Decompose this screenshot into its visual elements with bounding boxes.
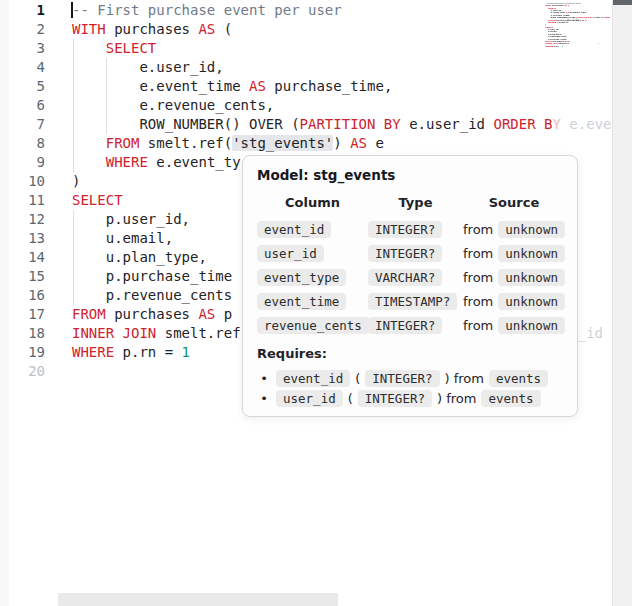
- code-token: 1: [182, 344, 190, 360]
- column-name-chip: event_time: [257, 293, 346, 310]
- line-number[interactable]: 13: [0, 229, 45, 248]
- type-chip: VARCHAR?: [368, 269, 442, 286]
- type-cell: INTEGER?: [368, 241, 463, 265]
- type-chip: TIMESTAMP?: [368, 293, 457, 310]
- vertical-scrollbar[interactable]: [612, 0, 632, 606]
- line-number[interactable]: 7: [0, 115, 45, 134]
- line-content: FROM smelt.ref('stg_events') AS e: [72, 134, 384, 153]
- line-number[interactable]: 4: [0, 58, 45, 77]
- line-number[interactable]: 2: [0, 20, 45, 39]
- type-cell: INTEGER?: [368, 313, 463, 337]
- line-number[interactable]: 19: [0, 343, 45, 362]
- line-number[interactable]: 10: [0, 172, 45, 191]
- minimap[interactable]: -- First purchase event per userWITH pur…: [545, 2, 610, 50]
- paren-close-from: ) from: [445, 371, 484, 386]
- tooltip-column-table: Column Type Source event_idINTEGER?fromu…: [257, 192, 563, 337]
- indent-guide: [73, 77, 74, 96]
- code-editor: 1-- First purchase event per user2WITH p…: [0, 0, 632, 606]
- type-cell: VARCHAR?: [368, 265, 463, 289]
- code-token: smelt.ref: [156, 325, 240, 341]
- line-content: p.purchase_time: [72, 267, 241, 286]
- code-line[interactable]: 1-- First purchase event per user: [0, 1, 612, 20]
- line-content: FROM purchases AS p: [72, 305, 232, 324]
- line-content: e.user_id,: [72, 58, 224, 77]
- code-token: [72, 154, 106, 170]
- line-number[interactable]: 6: [0, 96, 45, 115]
- source-header: Source: [463, 192, 565, 217]
- code-line[interactable]: 2WITH purchases AS (: [0, 20, 612, 39]
- line-content: p.revenue_cents: [72, 286, 241, 305]
- column-name-chip: event_type: [257, 269, 346, 286]
- source-cell: fromunknown: [463, 217, 565, 241]
- line-number[interactable]: 8: [0, 134, 45, 153]
- line-content: ): [72, 172, 80, 191]
- indent-guide: [106, 58, 107, 77]
- code-line[interactable]: [545, 47, 610, 49]
- vertical-scrollbar-thumb[interactable]: [613, 0, 632, 5]
- code-token: e.revenue_cents,: [72, 97, 274, 113]
- indent-guide: [73, 115, 74, 134]
- code-token: e.user_id,: [72, 59, 224, 75]
- code-token: (: [215, 21, 232, 37]
- line-number[interactable]: 17: [0, 305, 45, 324]
- line-content: e.revenue_cents,: [72, 96, 274, 115]
- required-model-chip: events: [489, 370, 548, 387]
- column-cell: revenue_cents: [257, 313, 368, 337]
- code-token: ORDER B: [493, 116, 552, 132]
- column-cell: event_time: [257, 289, 368, 313]
- line-number[interactable]: 15: [0, 267, 45, 286]
- column-name-chip: revenue_cents: [257, 317, 369, 334]
- code-token: WITH: [72, 21, 106, 37]
- line-number[interactable]: 12: [0, 210, 45, 229]
- required-type-chip: INTEGER?: [365, 370, 439, 387]
- code-token: AS: [198, 306, 215, 322]
- code-line[interactable]: 4 e.user_id,: [0, 58, 612, 77]
- code-token: ): [333, 135, 350, 151]
- line-number[interactable]: 14: [0, 248, 45, 267]
- source-chip: unknown: [498, 293, 565, 310]
- line-number[interactable]: 20: [0, 362, 45, 381]
- line-content: e.event_time AS purchase_time,: [72, 77, 392, 96]
- from-label: from: [463, 270, 493, 285]
- code-line[interactable]: 7 ROW_NUMBER() OVER (PARTITION BY e.user…: [0, 115, 612, 134]
- line-number[interactable]: 5: [0, 77, 45, 96]
- line-number[interactable]: 18: [0, 324, 45, 343]
- from-label: from: [463, 246, 493, 261]
- line-content: SELECT: [72, 191, 123, 210]
- source-cell: fromunknown: [463, 313, 565, 337]
- line-content: u.email,: [72, 229, 173, 248]
- horizontal-scrollbar-thumb[interactable]: [58, 593, 338, 606]
- from-label: from: [463, 318, 493, 333]
- code-token: p.purchase_time: [72, 268, 241, 284]
- bullet-icon: •: [257, 391, 271, 406]
- code-token: purchase_time,: [266, 78, 392, 94]
- line-number[interactable]: 3: [0, 39, 45, 58]
- indent-guide: [73, 210, 74, 229]
- line-number[interactable]: 11: [0, 191, 45, 210]
- column-cell: user_id: [257, 241, 368, 265]
- indent-guide: [73, 153, 74, 172]
- required-model-chip: events: [481, 390, 540, 407]
- line-number[interactable]: 1: [0, 1, 45, 20]
- code-token: SELECT: [106, 40, 157, 56]
- horizontal-scrollbar[interactable]: [0, 593, 612, 606]
- code-token: [72, 135, 106, 151]
- line-number[interactable]: 16: [0, 286, 45, 305]
- type-header: Type: [368, 192, 463, 217]
- indent-guide: [73, 134, 74, 153]
- required-column-chip: event_id: [276, 370, 350, 387]
- indent-guide: [73, 267, 74, 286]
- column-name-chip: event_id: [257, 221, 331, 238]
- line-content: ROW_NUMBER() OVER (PARTITION BY e.user_i…: [72, 115, 612, 134]
- line-number[interactable]: 9: [0, 153, 45, 172]
- code-line[interactable]: 3 SELECT: [0, 39, 612, 58]
- code-token: e.even: [569, 116, 612, 132]
- code-line[interactable]: 6 e.revenue_cents,: [0, 96, 612, 115]
- column-cell: event_type: [257, 265, 368, 289]
- code-line[interactable]: 5 e.event_time AS purchase_time,: [0, 77, 612, 96]
- code-token: [72, 40, 106, 56]
- code-line[interactable]: 8 FROM smelt.ref('stg_events') AS e: [0, 134, 612, 153]
- code-token: p.rn =: [114, 344, 181, 360]
- indent-guide: [73, 39, 74, 58]
- code-token: _id: [578, 325, 603, 341]
